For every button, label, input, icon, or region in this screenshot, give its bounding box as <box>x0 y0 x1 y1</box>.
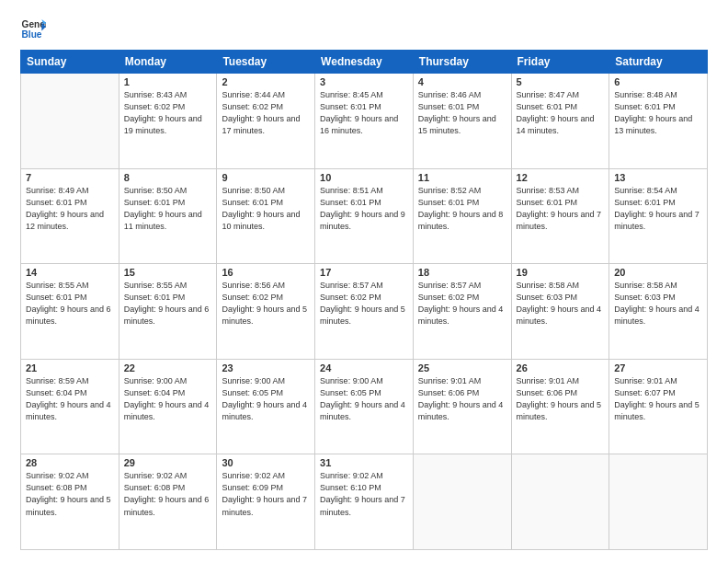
day-number: 22 <box>124 362 212 373</box>
day-info: Sunrise: 8:44 AMSunset: 6:02 PMDaylight:… <box>222 89 310 137</box>
calendar-cell: 5Sunrise: 8:47 AMSunset: 6:01 PMDaylight… <box>511 74 609 169</box>
svg-text:Blue: Blue <box>22 29 42 40</box>
calendar-cell: 27Sunrise: 9:01 AMSunset: 6:07 PMDayligh… <box>609 359 708 454</box>
day-number: 30 <box>222 457 310 468</box>
day-number: 23 <box>222 362 310 373</box>
day-info: Sunrise: 9:00 AMSunset: 6:05 PMDaylight:… <box>222 375 310 423</box>
day-number: 5 <box>517 76 605 87</box>
calendar-cell: 17Sunrise: 8:57 AMSunset: 6:02 PMDayligh… <box>315 264 414 360</box>
calendar-cell: 10Sunrise: 8:51 AMSunset: 6:01 PMDayligh… <box>315 168 414 264</box>
logo-icon: General Blue <box>20 17 46 42</box>
calendar-cell: 9Sunrise: 8:50 AMSunset: 6:01 PMDaylight… <box>217 168 315 264</box>
calendar-cell: 30Sunrise: 9:02 AMSunset: 6:09 PMDayligh… <box>217 454 315 550</box>
day-info: Sunrise: 8:47 AMSunset: 6:01 PMDaylight:… <box>517 89 605 137</box>
week-row-1: 7Sunrise: 8:49 AMSunset: 6:01 PMDaylight… <box>21 168 708 264</box>
calendar-cell: 4Sunrise: 8:46 AMSunset: 6:01 PMDaylight… <box>413 74 511 169</box>
calendar-table: SundayMondayTuesdayWednesdayThursdayFrid… <box>20 50 708 550</box>
weekday-header-sunday: Sunday <box>21 51 119 74</box>
day-info: Sunrise: 9:01 AMSunset: 6:06 PMDaylight:… <box>418 375 506 423</box>
week-row-4: 28Sunrise: 9:02 AMSunset: 6:08 PMDayligh… <box>21 454 708 550</box>
page: General Blue SundayMondayTuesdayWednesda… <box>0 0 728 563</box>
day-info: Sunrise: 8:55 AMSunset: 6:01 PMDaylight:… <box>124 280 212 327</box>
calendar-cell <box>413 454 511 550</box>
day-number: 31 <box>320 457 408 468</box>
day-number: 19 <box>517 267 605 278</box>
day-number: 18 <box>418 267 506 278</box>
calendar-cell: 24Sunrise: 9:00 AMSunset: 6:05 PMDayligh… <box>315 359 414 454</box>
day-info: Sunrise: 8:46 AMSunset: 6:01 PMDaylight:… <box>418 89 506 137</box>
day-number: 17 <box>320 267 408 278</box>
day-info: Sunrise: 8:43 AMSunset: 6:02 PMDaylight:… <box>124 89 212 137</box>
weekday-header-thursday: Thursday <box>413 51 511 74</box>
day-info: Sunrise: 9:00 AMSunset: 6:04 PMDaylight:… <box>124 375 212 423</box>
week-row-2: 14Sunrise: 8:55 AMSunset: 6:01 PMDayligh… <box>21 264 708 360</box>
day-number: 1 <box>124 76 212 87</box>
calendar-cell <box>21 74 119 169</box>
day-info: Sunrise: 9:00 AMSunset: 6:05 PMDaylight:… <box>320 375 408 423</box>
calendar-cell: 31Sunrise: 9:02 AMSunset: 6:10 PMDayligh… <box>315 454 414 550</box>
day-number: 15 <box>124 267 212 278</box>
calendar-cell: 12Sunrise: 8:53 AMSunset: 6:01 PMDayligh… <box>511 168 609 264</box>
day-number: 16 <box>222 267 310 278</box>
day-info: Sunrise: 8:54 AMSunset: 6:01 PMDaylight:… <box>614 185 702 233</box>
calendar-cell: 13Sunrise: 8:54 AMSunset: 6:01 PMDayligh… <box>609 168 708 264</box>
calendar-cell: 14Sunrise: 8:55 AMSunset: 6:01 PMDayligh… <box>21 264 119 360</box>
week-row-0: 1Sunrise: 8:43 AMSunset: 6:02 PMDaylight… <box>21 74 708 169</box>
day-number: 20 <box>614 267 702 278</box>
day-info: Sunrise: 8:45 AMSunset: 6:01 PMDaylight:… <box>320 89 408 137</box>
weekday-header-row: SundayMondayTuesdayWednesdayThursdayFrid… <box>21 51 708 74</box>
day-info: Sunrise: 8:53 AMSunset: 6:01 PMDaylight:… <box>517 185 605 233</box>
day-number: 3 <box>320 76 408 87</box>
day-info: Sunrise: 8:57 AMSunset: 6:02 PMDaylight:… <box>418 280 506 327</box>
calendar-cell: 28Sunrise: 9:02 AMSunset: 6:08 PMDayligh… <box>21 454 119 550</box>
calendar-cell: 3Sunrise: 8:45 AMSunset: 6:01 PMDaylight… <box>315 74 414 169</box>
day-number: 6 <box>614 76 702 87</box>
weekday-header-saturday: Saturday <box>609 51 708 74</box>
calendar-cell: 26Sunrise: 9:01 AMSunset: 6:06 PMDayligh… <box>511 359 609 454</box>
day-info: Sunrise: 8:52 AMSunset: 6:01 PMDaylight:… <box>418 185 506 233</box>
weekday-header-monday: Monday <box>119 51 217 74</box>
header: General Blue <box>20 17 708 42</box>
day-number: 25 <box>418 362 506 373</box>
calendar-cell: 8Sunrise: 8:50 AMSunset: 6:01 PMDaylight… <box>119 168 217 264</box>
calendar-cell: 25Sunrise: 9:01 AMSunset: 6:06 PMDayligh… <box>413 359 511 454</box>
calendar-cell: 6Sunrise: 8:48 AMSunset: 6:01 PMDaylight… <box>609 74 708 169</box>
day-info: Sunrise: 8:57 AMSunset: 6:02 PMDaylight:… <box>320 280 408 327</box>
day-info: Sunrise: 8:48 AMSunset: 6:01 PMDaylight:… <box>614 89 702 137</box>
day-info: Sunrise: 8:55 AMSunset: 6:01 PMDaylight:… <box>26 280 114 327</box>
day-number: 9 <box>222 172 310 183</box>
day-info: Sunrise: 8:56 AMSunset: 6:02 PMDaylight:… <box>222 280 310 327</box>
calendar-cell <box>511 454 609 550</box>
week-row-3: 21Sunrise: 8:59 AMSunset: 6:04 PMDayligh… <box>21 359 708 454</box>
day-number: 12 <box>517 172 605 183</box>
day-info: Sunrise: 9:02 AMSunset: 6:09 PMDaylight:… <box>222 470 310 518</box>
calendar-cell: 2Sunrise: 8:44 AMSunset: 6:02 PMDaylight… <box>217 74 315 169</box>
day-info: Sunrise: 8:50 AMSunset: 6:01 PMDaylight:… <box>222 185 310 233</box>
day-info: Sunrise: 9:01 AMSunset: 6:07 PMDaylight:… <box>614 375 702 423</box>
calendar-cell: 11Sunrise: 8:52 AMSunset: 6:01 PMDayligh… <box>413 168 511 264</box>
day-info: Sunrise: 8:50 AMSunset: 6:01 PMDaylight:… <box>124 185 212 233</box>
logo: General Blue <box>20 17 46 42</box>
weekday-header-friday: Friday <box>511 51 609 74</box>
calendar-cell: 18Sunrise: 8:57 AMSunset: 6:02 PMDayligh… <box>413 264 511 360</box>
day-number: 2 <box>222 76 310 87</box>
day-number: 24 <box>320 362 408 373</box>
day-number: 29 <box>124 457 212 468</box>
day-info: Sunrise: 8:58 AMSunset: 6:03 PMDaylight:… <box>614 280 702 327</box>
day-number: 11 <box>418 172 506 183</box>
day-info: Sunrise: 8:59 AMSunset: 6:04 PMDaylight:… <box>26 375 114 423</box>
day-number: 13 <box>614 172 702 183</box>
calendar-cell: 1Sunrise: 8:43 AMSunset: 6:02 PMDaylight… <box>119 74 217 169</box>
calendar-cell: 29Sunrise: 9:02 AMSunset: 6:08 PMDayligh… <box>119 454 217 550</box>
calendar-cell: 21Sunrise: 8:59 AMSunset: 6:04 PMDayligh… <box>21 359 119 454</box>
calendar-cell: 23Sunrise: 9:00 AMSunset: 6:05 PMDayligh… <box>217 359 315 454</box>
day-number: 8 <box>124 172 212 183</box>
day-number: 10 <box>320 172 408 183</box>
day-number: 28 <box>26 457 114 468</box>
calendar-cell: 15Sunrise: 8:55 AMSunset: 6:01 PMDayligh… <box>119 264 217 360</box>
weekday-header-tuesday: Tuesday <box>217 51 315 74</box>
day-number: 4 <box>418 76 506 87</box>
calendar-cell: 20Sunrise: 8:58 AMSunset: 6:03 PMDayligh… <box>609 264 708 360</box>
day-info: Sunrise: 8:49 AMSunset: 6:01 PMDaylight:… <box>26 185 114 233</box>
weekday-header-wednesday: Wednesday <box>315 51 414 74</box>
